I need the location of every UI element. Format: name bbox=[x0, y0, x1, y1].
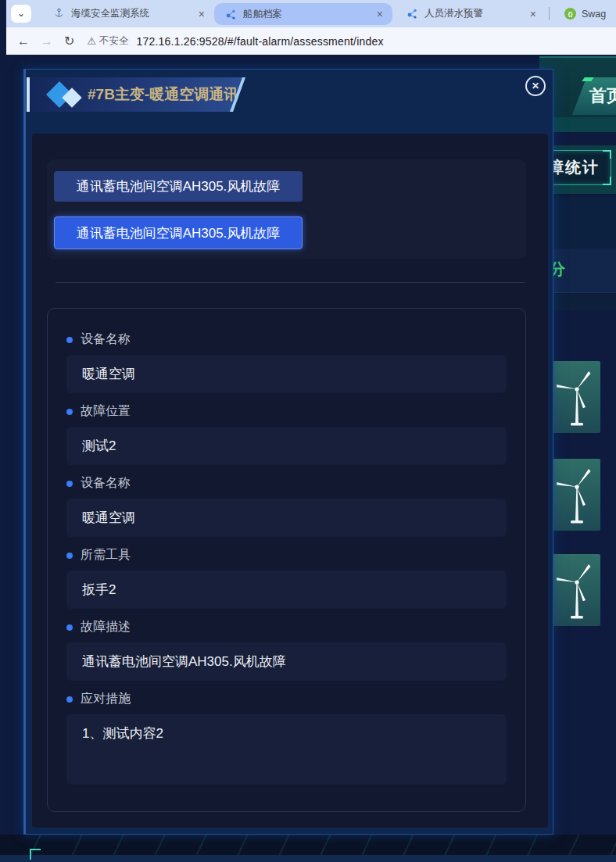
close-icon[interactable]: ✕ bbox=[525, 76, 546, 96]
wind-turbine-icon bbox=[553, 361, 600, 433]
node-graph-icon bbox=[406, 8, 418, 20]
bullet-icon bbox=[66, 409, 73, 415]
browser-tab-swagger[interactable]: {} Swag bbox=[557, 0, 616, 27]
title-accent-bar bbox=[27, 77, 30, 112]
fault-detail-form: 设备名称 暖通空调 故障位置 测试2 设备名称 暖通空调 所需工具 扳手2 故障… bbox=[47, 308, 526, 812]
field-label: 设备名称 bbox=[66, 475, 507, 492]
bullet-icon bbox=[66, 481, 73, 487]
node-graph-icon bbox=[225, 9, 237, 20]
field-label: 所需工具 bbox=[66, 547, 507, 563]
browser-chrome: ⌄ 海缆安全监测系统 × 船舶档案 × bbox=[6, 0, 616, 55]
alarm-item-button-selected[interactable]: 通讯蓄电池间空调AH305.风机故障 bbox=[54, 216, 303, 249]
wind-turbine-icon bbox=[553, 459, 600, 531]
url-input[interactable]: 172.16.1.26:9528/#/fault-alarm/assessmen… bbox=[137, 35, 384, 48]
alarm-item-button[interactable]: 通讯蓄电池间空调AH305.风机故障 bbox=[54, 171, 303, 202]
device-name-field[interactable]: 暖通空调 bbox=[66, 499, 507, 537]
reload-icon[interactable]: ↻ bbox=[64, 34, 74, 48]
device-name-field[interactable]: 暖通空调 bbox=[66, 355, 507, 393]
tab-separator bbox=[549, 7, 550, 20]
divider bbox=[56, 282, 525, 283]
field-label: 故障描述 bbox=[66, 619, 507, 635]
turbine-list-item[interactable] bbox=[553, 459, 600, 531]
browser-tab-ship-archive-active[interactable]: 船舶档案 × bbox=[214, 3, 392, 25]
required-tools-field[interactable]: 扳手2 bbox=[66, 570, 507, 609]
security-badge[interactable]: ⚠ 不安全 bbox=[87, 34, 128, 48]
turbine-list-item[interactable] bbox=[553, 554, 600, 626]
turbine-list-item[interactable] bbox=[553, 361, 600, 433]
bullet-icon bbox=[66, 337, 73, 343]
browser-toolbar: ← → ↻ ⚠ 不安全 172.16.1.26:9528/#/fault-ala… bbox=[6, 27, 616, 55]
swagger-icon: {} bbox=[564, 8, 576, 20]
bullet-icon bbox=[66, 624, 73, 631]
tab-search-button[interactable]: ⌄ bbox=[11, 5, 31, 23]
bottom-panel-edge bbox=[0, 855, 616, 862]
modal-body: 通讯蓄电池间空调AH305.风机故障 通讯蓄电池间空调AH305.风机故障 设备… bbox=[32, 134, 548, 828]
alarm-list-panel: 通讯蓄电池间空调AH305.风机故障 通讯蓄电池间空调AH305.风机故障 bbox=[47, 159, 526, 259]
panel-corner-bracket bbox=[30, 849, 41, 860]
countermeasures-field[interactable]: 1、测试内容2 bbox=[66, 714, 507, 785]
forward-icon[interactable]: → bbox=[41, 34, 53, 48]
browser-tab-diver-warning[interactable]: 人员潜水预警 × bbox=[396, 0, 544, 27]
tab-close-icon[interactable]: × bbox=[527, 8, 539, 20]
wind-turbine-icon bbox=[553, 554, 600, 626]
modal-title-banner: #7B主变-暖通空调通讯... bbox=[31, 77, 245, 112]
screen: 首页 故障统计 分 bbox=[0, 0, 616, 862]
bullet-icon bbox=[66, 553, 73, 559]
anchor-icon bbox=[53, 8, 65, 20]
tab-close-icon[interactable]: × bbox=[374, 8, 386, 20]
back-icon[interactable]: ← bbox=[17, 34, 30, 48]
field-label: 设备名称 bbox=[66, 331, 507, 348]
fault-location-field[interactable]: 测试2 bbox=[66, 427, 507, 465]
browser-tab-cable-monitor[interactable]: 海缆安全监测系统 × bbox=[39, 0, 213, 27]
tab-close-icon[interactable]: × bbox=[195, 8, 208, 20]
bullet-icon bbox=[66, 696, 73, 703]
warning-icon: ⚠ bbox=[87, 35, 96, 47]
field-label: 应对措施 bbox=[66, 691, 507, 707]
modal-title: #7B主变-暖通空调通讯... bbox=[88, 77, 251, 112]
fault-description-field[interactable]: 通讯蓄电池间空调AH305.风机故障 bbox=[66, 642, 507, 681]
fault-detail-modal: #7B主变-暖通空调通讯... ✕ 通讯蓄电池间空调AH305.风机故障 通讯蓄… bbox=[23, 69, 553, 835]
tab-bar: ⌄ 海缆安全监测系统 × 船舶档案 × bbox=[6, 0, 616, 27]
field-label: 故障位置 bbox=[66, 403, 507, 420]
